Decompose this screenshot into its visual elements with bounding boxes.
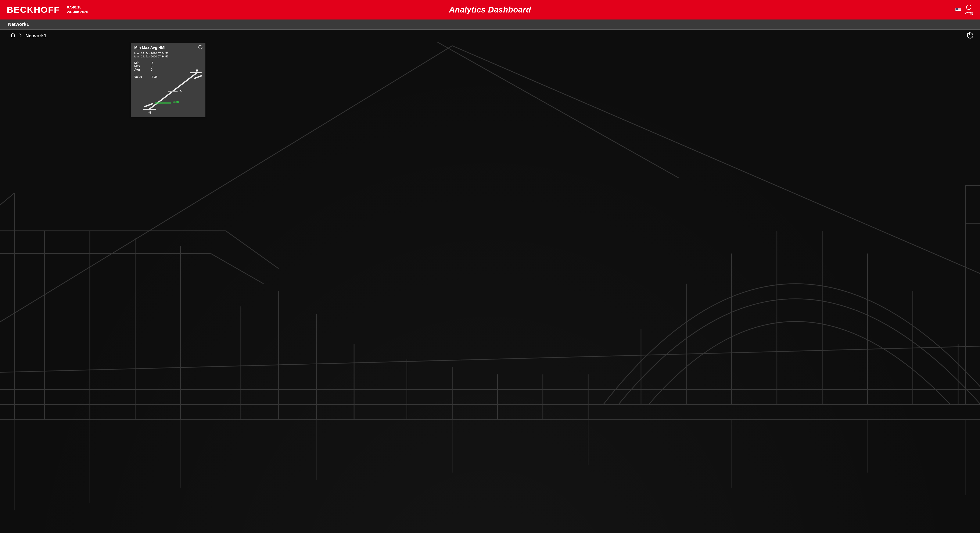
svg-point-0	[966, 5, 971, 10]
home-icon[interactable]	[10, 33, 16, 39]
tab-network1[interactable]: Network1	[8, 22, 29, 27]
card-title: Min Max Avg HMI	[134, 46, 202, 50]
scale-top-label: 5	[196, 69, 198, 72]
top-banner: BECKHOFF 07:40:18 24. Jan 2020 Analytics…	[0, 0, 980, 19]
min-max-gauge: 5 0 -5 -3.38	[138, 69, 202, 115]
breadcrumb-row: Network1	[0, 30, 980, 42]
page-title: Analytics Dashboard	[449, 5, 531, 14]
dashboard-stage: Min Max Avg HMI Min: 24. Jan 2020 07:34:…	[0, 42, 980, 533]
card-refresh-icon[interactable]	[198, 45, 203, 50]
max-timestamp: Max: 24. Jan 2020 07:34:57	[134, 55, 202, 58]
min-max-avg-card: Min Max Avg HMI Min: 24. Jan 2020 07:34:…	[131, 43, 205, 117]
scale-bottom-label: -5	[148, 111, 151, 114]
chevron-right-icon	[19, 33, 22, 38]
svg-line-51	[452, 46, 980, 306]
svg-line-13	[226, 231, 279, 268]
clock-time: 07:40:18	[67, 5, 88, 10]
svg-line-52	[437, 42, 679, 178]
svg-line-56	[195, 76, 202, 78]
scale-mid-label: 0	[180, 89, 181, 93]
scale-marker-label: -3.38	[172, 100, 179, 104]
breadcrumb-current[interactable]: Network1	[25, 33, 46, 38]
user-menu-icon[interactable]	[964, 4, 974, 15]
clock-date: 24. Jan 2020	[67, 10, 88, 14]
stat-max-row: Max 5	[134, 64, 202, 68]
svg-line-14	[211, 254, 264, 284]
svg-line-15	[0, 193, 14, 231]
tab-bar: Network1	[0, 19, 980, 30]
brand-logo: BECKHOFF	[7, 5, 60, 14]
min-timestamp: Min: 24. Jan 2020 07:34:58	[134, 52, 202, 55]
svg-line-8	[0, 344, 980, 375]
svg-rect-28	[966, 185, 980, 223]
svg-line-50	[0, 46, 452, 359]
locale-flag-icon[interactable]	[955, 8, 961, 11]
svg-line-58	[145, 104, 153, 107]
datetime-block: 07:40:18 24. Jan 2020	[67, 5, 88, 14]
stat-min-row: Min -5	[134, 61, 202, 64]
page-refresh-icon[interactable]	[967, 32, 974, 41]
